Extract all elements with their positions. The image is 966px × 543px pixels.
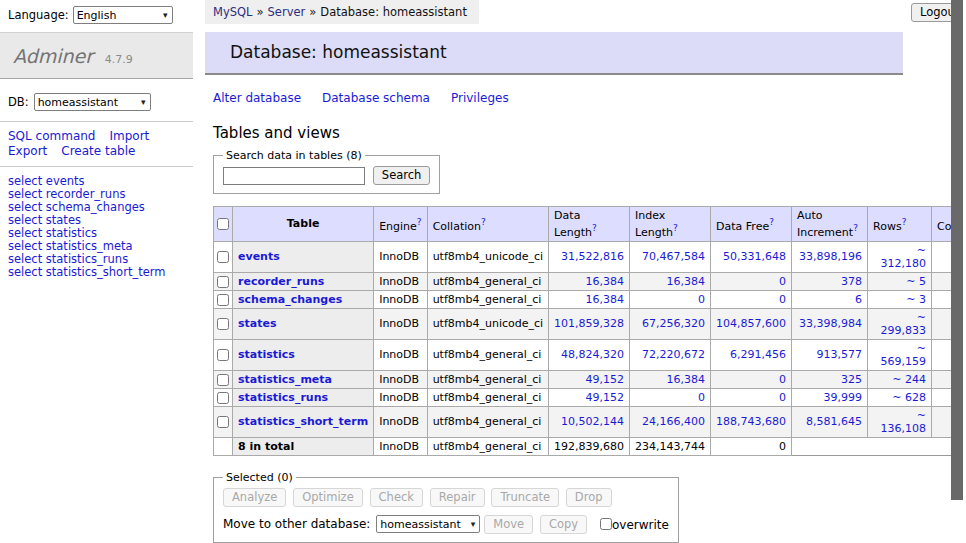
column-header-data-length: Data Length? [549,207,630,242]
breadcrumb-server-link[interactable]: Server [268,5,306,19]
row-checkbox[interactable] [217,276,229,288]
auto-increment-cell: 33,898,196 [792,241,868,272]
help-link[interactable]: ? [853,223,858,233]
sidebar-link-create-table[interactable]: Create table [61,144,135,158]
data-length-cell: 16,384 [549,272,630,290]
sidebar-item-select-statistics[interactable]: select statistics [8,227,185,240]
help-link[interactable]: ? [481,217,486,227]
column-header-label: Auto Increment [797,209,853,239]
table-row: events InnoDB utf8mb4_unicode_ci 31,522,… [214,241,966,272]
sidebar-link-export[interactable]: Export [8,144,47,158]
select-all-checkbox[interactable] [217,218,229,230]
table-link[interactable]: statistics [238,348,295,361]
data-free-cell: 0 [711,272,792,290]
db-selector-row: DB:homeassistant [0,79,193,121]
table-row: statistics_short_term InnoDB utf8mb4_gen… [214,406,966,437]
sidebar-link-import[interactable]: Import [109,129,149,143]
adminer-logo-text: Adminer [13,45,93,67]
engine-cell: InnoDB [374,437,427,455]
data-length-cell: 101,859,328 [549,308,630,339]
column-header-label: Index Length [635,209,673,239]
language-select[interactable]: English [73,6,173,24]
checkbox-cell [214,437,233,455]
copy-button[interactable]: Copy [540,515,587,534]
data-length-cell: 49,152 [549,370,630,388]
analyze-button[interactable]: Analyze [223,488,286,507]
table-link[interactable]: recorder_runs [238,275,324,288]
column-header-index-length: Index Length? [630,207,711,242]
move-select-wrap: homeassistant [376,515,480,533]
engine-cell: InnoDB [374,406,427,437]
table-row: statistics InnoDB utf8mb4_general_ci 48,… [214,339,966,370]
table-link[interactable]: statistics_meta [238,373,332,386]
help-link[interactable]: ? [769,217,774,227]
scrollbar-thumb[interactable] [951,0,963,500]
rows-cell: ~ 136,108 [868,406,932,437]
breadcrumb-separator: » [309,5,316,19]
move-database-select[interactable]: homeassistant [376,515,480,533]
repair-button[interactable]: Repair [430,488,485,507]
row-checkbox[interactable] [217,251,229,263]
alter-database-link[interactable]: Alter database [213,91,301,105]
breadcrumb-mysql-link[interactable]: MySQL [213,5,253,19]
table-link[interactable]: states [238,317,277,330]
search-legend: Search data in tables (8) [223,149,365,162]
help-link[interactable]: ? [673,223,678,233]
table-name-cell: statistics_meta [233,370,374,388]
column-header-label: Data Free [716,219,769,232]
table-row: states InnoDB utf8mb4_unicode_ci 101,859… [214,308,966,339]
table-link[interactable]: events [238,250,280,263]
sidebar-link-sql-command[interactable]: SQL command [8,129,95,143]
db-select-wrap: homeassistant [34,93,151,111]
table-row: schema_changes InnoDB utf8mb4_general_ci… [214,290,966,308]
privileges-link[interactable]: Privileges [451,91,509,105]
search-input[interactable] [223,167,365,185]
collation-cell: utf8mb4_unicode_ci [427,241,548,272]
data-free-cell: 0 [711,437,792,455]
checkbox-cell [214,339,233,370]
database-schema-link[interactable]: Database schema [322,91,430,105]
sidebar-item-select-statistics-short-term[interactable]: select statistics_short_term [8,266,185,279]
table-header-row: Table Engine? Collation? Data Length? In… [214,207,966,242]
row-checkbox[interactable] [217,349,229,361]
data-free-cell: 50,331,648 [711,241,792,272]
language-select-wrap: English [73,6,173,24]
sidebar-item-select-statistics-meta[interactable]: select statistics_meta [8,240,185,253]
checkbox-cell [214,388,233,406]
table-link[interactable]: schema_changes [238,293,342,306]
table-link[interactable]: statistics_short_term [238,415,368,428]
db-select[interactable]: homeassistant [34,93,151,111]
adminer-logo: Adminer 4.7.9 [0,32,193,79]
help-link[interactable]: ? [592,223,597,233]
checkbox-cell [214,406,233,437]
tables-and-views-heading: Tables and views [205,124,903,142]
row-checkbox[interactable] [217,294,229,306]
drop-button[interactable]: Drop [566,488,612,507]
search-button[interactable]: Search [373,166,431,185]
collation-cell: utf8mb4_general_ci [427,370,548,388]
collation-cell: utf8mb4_general_ci [427,290,548,308]
breadcrumb-separator: » [257,5,264,19]
column-header-label: Collation [433,219,481,232]
move-row: Move to other database:homeassistantMove… [223,515,669,534]
breadcrumb: MySQL»Server»Database: homeassistant [205,0,479,24]
row-checkbox[interactable] [217,392,229,404]
data-free-cell: 188,743,680 [711,406,792,437]
row-checkbox[interactable] [217,416,229,428]
move-button[interactable]: Move [484,515,533,534]
engine-cell: InnoDB [374,308,427,339]
optimize-button[interactable]: Optimize [293,488,363,507]
help-link[interactable]: ? [902,217,907,227]
table-link[interactable]: statistics_runs [238,391,328,404]
sidebar-item-select-states[interactable]: select states [8,214,185,227]
scrollbar-track[interactable] [951,0,966,543]
sidebar: Language:English Adminer 4.7.9 DB:homeas… [0,0,193,285]
row-checkbox[interactable] [217,374,229,386]
check-button[interactable]: Check [370,488,423,507]
overwrite-checkbox[interactable] [600,518,612,530]
total-label-cell: 8 in total [233,437,374,455]
sidebar-item-select-statistics-runs[interactable]: select statistics_runs [8,253,185,266]
truncate-button[interactable]: Truncate [491,488,559,507]
help-link[interactable]: ? [417,217,422,227]
row-checkbox[interactable] [217,318,229,330]
